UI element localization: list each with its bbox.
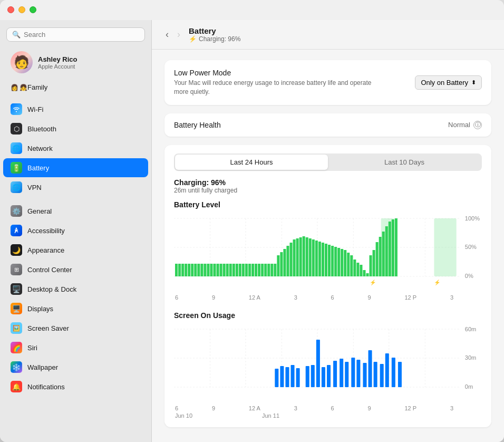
sidebar: 🔍 🧑 Ashley Rico Apple Account 👩 👧 Family	[0, 20, 152, 442]
charging-indicator-icon: ⚡	[189, 35, 197, 43]
search-input[interactable]	[24, 31, 139, 39]
svg-rect-18	[191, 264, 193, 276]
svg-rect-98	[275, 369, 278, 387]
svg-rect-119	[398, 362, 402, 387]
sidebar-item-label-wallpaper: Wallpaper	[27, 363, 58, 371]
svg-point-0	[16, 228, 17, 229]
main-window: 🔍 🧑 Ashley Rico Apple Account 👩 👧 Family	[0, 0, 504, 442]
low-power-description: Your Mac will reduce energy usage to inc…	[174, 79, 374, 97]
sidebar-item-displays[interactable]: 🖥️ Displays	[3, 299, 148, 318]
sidebar-item-screen-saver[interactable]: 🖼️ Screen Saver	[3, 319, 148, 338]
sidebar-item-desktop-dock[interactable]: 🖥️ Desktop & Dock	[3, 280, 148, 299]
nav-forward-button[interactable]: ›	[174, 28, 183, 41]
svg-rect-27	[220, 264, 222, 276]
nav-back-button[interactable]: ‹	[162, 28, 172, 41]
svg-rect-109	[340, 359, 343, 387]
charging-eta-text: 26m until fully charged	[174, 187, 482, 194]
svg-rect-45	[277, 255, 279, 276]
svg-rect-40	[261, 264, 264, 276]
svg-rect-25	[214, 264, 216, 276]
sidebar-item-wifi[interactable]: Wi-Fi	[3, 100, 148, 119]
svg-rect-51	[296, 238, 299, 276]
sidebar-item-accessibility[interactable]: Accessibility	[3, 221, 148, 240]
svg-rect-100	[285, 367, 289, 387]
sidebar-item-network[interactable]: 🌐 Network	[3, 139, 148, 158]
battery-level-chart: ⚡ ⚡ 100% 50% 0% 6 9 12 A 3	[174, 213, 482, 301]
svg-rect-14	[178, 264, 181, 276]
svg-rect-58	[318, 242, 321, 276]
panel-title-area: Battery ⚡ Charging: 96%	[189, 26, 240, 43]
svg-rect-49	[290, 243, 293, 276]
wifi-icon	[11, 103, 22, 115]
svg-rect-41	[264, 264, 267, 276]
sidebar-item-appearance[interactable]: 🌙 Appearance	[3, 241, 148, 260]
panel-body: Low Power Mode Your Mac will reduce ener…	[152, 50, 504, 442]
svg-rect-69	[353, 260, 356, 276]
select-chevron-icon: ⬍	[471, 79, 476, 86]
svg-rect-37	[251, 264, 254, 276]
svg-rect-65	[341, 249, 343, 276]
main-content: 🔍 🧑 Ashley Rico Apple Account 👩 👧 Family	[0, 0, 504, 442]
close-button[interactable]	[7, 6, 14, 13]
network-icon: 🌐	[11, 142, 22, 154]
user-subtitle: Apple Account	[38, 63, 77, 70]
sidebar-item-siri[interactable]: 🌈 Siri	[3, 338, 148, 357]
sidebar-item-label-screen-saver: Screen Saver	[27, 324, 69, 332]
svg-rect-104	[311, 365, 315, 387]
svg-rect-118	[392, 358, 395, 387]
battery-chart-card: Last 24 Hours Last 10 Days Charging: 96%…	[164, 145, 491, 427]
battery-icon: 🔋	[11, 162, 22, 174]
svg-rect-101	[291, 365, 295, 387]
date-label-jun11: Jun 11	[262, 412, 279, 419]
sidebar-item-label-general: General	[27, 207, 52, 215]
sidebar-item-label-network: Network	[27, 145, 53, 152]
svg-rect-55	[309, 238, 312, 276]
search-box: 🔍	[6, 27, 145, 42]
svg-rect-75	[373, 250, 375, 276]
low-power-value: Only on Battery	[421, 79, 468, 87]
main-panel: ‹ › Battery ⚡ Charging: 96%	[152, 20, 504, 442]
sidebar-item-control-center[interactable]: ⊞ Control Center	[3, 260, 148, 279]
sidebar-item-label-siri: Siri	[27, 344, 37, 352]
sidebar-item-battery[interactable]: 🔋 Battery	[3, 158, 148, 177]
svg-rect-102	[296, 368, 300, 387]
wallpaper-icon: ❄️	[11, 361, 22, 373]
tab-10d[interactable]: Last 10 Days	[328, 155, 481, 170]
svg-rect-48	[286, 246, 289, 276]
tab-24h[interactable]: Last 24 Hours	[175, 155, 328, 170]
svg-rect-76	[376, 242, 379, 276]
low-power-select[interactable]: Only on Battery ⬍	[415, 75, 482, 90]
svg-rect-103	[306, 366, 309, 387]
svg-rect-46	[280, 252, 283, 276]
screen-usage-title: Screen On Usage	[174, 311, 482, 320]
svg-rect-107	[327, 365, 331, 387]
low-power-title: Low Power Mode	[174, 69, 374, 77]
traffic-lights	[7, 6, 36, 13]
sidebar-item-vpn[interactable]: 🌐 VPN	[3, 178, 148, 197]
notifications-icon: 🔔	[11, 381, 22, 392]
panel-subtitle: ⚡ Charging: 96%	[189, 35, 240, 43]
user-profile[interactable]: 🧑 Ashley Rico Apple Account	[3, 47, 148, 78]
sidebar-item-family[interactable]: 👩 👧 Family	[3, 80, 148, 95]
svg-rect-63	[334, 247, 337, 276]
svg-rect-26	[217, 264, 219, 276]
sidebar-item-general[interactable]: ⚙️ General	[3, 201, 148, 220]
svg-rect-105	[316, 340, 320, 387]
low-power-mode-content: Low Power Mode Your Mac will reduce ener…	[164, 60, 491, 105]
svg-rect-110	[345, 362, 348, 387]
sidebar-item-notifications[interactable]: 🔔 Notifications	[3, 377, 148, 396]
minimize-button[interactable]	[18, 6, 25, 13]
svg-rect-29	[226, 264, 229, 276]
svg-rect-80	[389, 222, 391, 276]
sidebar-item-bluetooth[interactable]: ⬡ Bluetooth	[3, 119, 148, 138]
battery-health-info-button[interactable]: ⓘ	[473, 121, 482, 129]
control-center-icon: ⊞	[11, 264, 22, 275]
sidebar-item-label-family: Family	[27, 83, 47, 91]
user-info: Ashley Rico Apple Account	[38, 55, 77, 70]
svg-rect-32	[236, 264, 238, 276]
maximize-button[interactable]	[30, 6, 36, 13]
user-name: Ashley Rico	[38, 55, 77, 63]
sidebar-item-wallpaper[interactable]: ❄️ Wallpaper	[3, 358, 148, 377]
svg-rect-67	[347, 253, 350, 276]
panel-title: Battery	[189, 26, 240, 35]
